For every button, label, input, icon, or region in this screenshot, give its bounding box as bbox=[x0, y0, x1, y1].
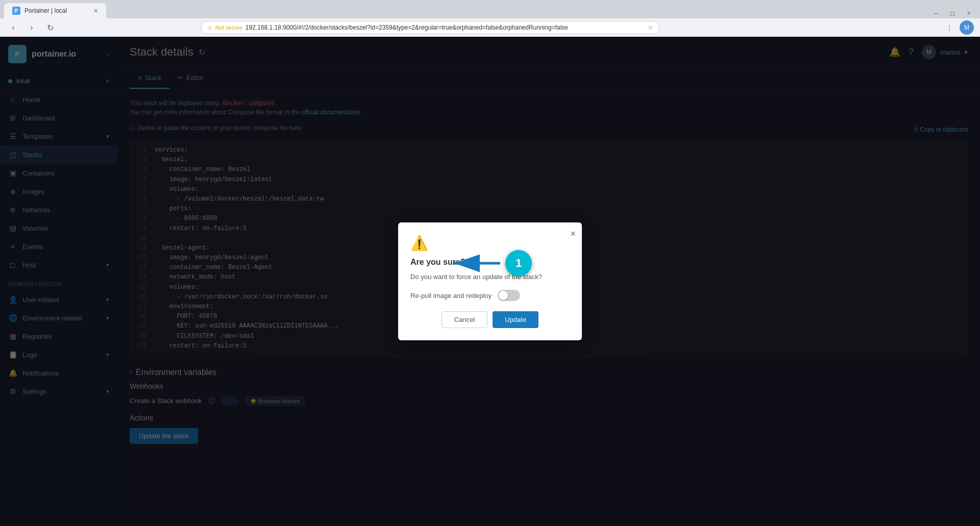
browser-tab[interactable]: P Portainer | local × bbox=[4, 3, 106, 18]
tab-close-button[interactable]: × bbox=[94, 7, 98, 15]
annotation-arrow: 1 bbox=[444, 250, 532, 277]
close-window-button[interactable]: × bbox=[962, 8, 976, 18]
confirmation-modal: × ⚠️ Are you sure? Do you want to force … bbox=[398, 222, 582, 341]
extensions-button[interactable]: ⋮ bbox=[942, 20, 957, 35]
browser-right-controls: ⋮ M bbox=[942, 20, 974, 35]
reload-button[interactable]: ↻ bbox=[43, 20, 57, 35]
browser-chrome: P Portainer | local × ─ ◻ × ‹ › ↻ ⚠ Not … bbox=[0, 0, 980, 37]
modal-toggle-row: Re-pull image and redeploy bbox=[410, 290, 570, 301]
browser-user-avatar[interactable]: M bbox=[960, 20, 974, 35]
update-button[interactable]: Update bbox=[493, 311, 538, 328]
bookmark-icon[interactable]: ☆ bbox=[648, 24, 653, 31]
tab-bar: P Portainer | local × ─ ◻ × bbox=[0, 0, 980, 18]
back-button[interactable]: ‹ bbox=[6, 20, 20, 35]
security-label: Not secure bbox=[215, 24, 242, 31]
modal-actions: Cancel Update bbox=[410, 311, 570, 328]
toggle-knob bbox=[499, 291, 508, 300]
modal-close-button[interactable]: × bbox=[570, 229, 576, 239]
tab-title: Portainer | local bbox=[24, 7, 67, 14]
minimize-button[interactable]: ─ bbox=[929, 8, 943, 18]
restore-button[interactable]: ◻ bbox=[945, 8, 960, 18]
url-text: 192.168.1.18:9000/#!/2/docker/stacks/bes… bbox=[246, 24, 645, 31]
modal-overlay: × ⚠️ Are you sure? Do you want to force … bbox=[0, 37, 980, 526]
security-icon: ⚠ bbox=[207, 24, 212, 31]
cancel-button[interactable]: Cancel bbox=[442, 311, 487, 328]
browser-controls: ‹ › ↻ ⚠ Not secure 192.168.1.18:9000/#!/… bbox=[0, 18, 980, 37]
forward-button[interactable]: › bbox=[24, 20, 39, 35]
annotation-number: 1 bbox=[516, 257, 522, 270]
repull-toggle[interactable] bbox=[498, 290, 520, 301]
address-bar[interactable]: ⚠ Not secure 192.168.1.18:9000/#!/2/dock… bbox=[201, 21, 660, 34]
modal-warning-icon: ⚠️ bbox=[410, 235, 570, 252]
annotation-circle: 1 bbox=[505, 250, 532, 277]
tab-favicon: P bbox=[12, 7, 20, 15]
arrow-svg bbox=[444, 253, 505, 273]
repull-label: Re-pull image and redeploy bbox=[410, 292, 492, 299]
